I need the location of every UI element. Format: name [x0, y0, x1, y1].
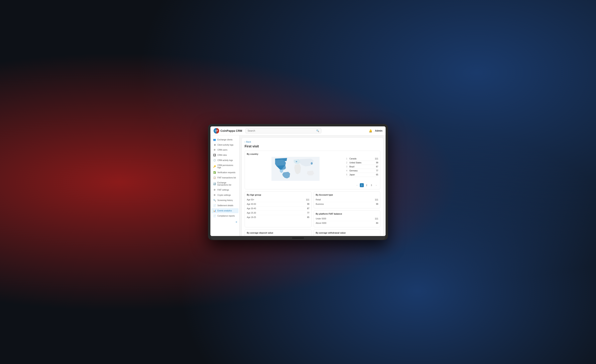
- avg-deposit-section: By average deposit value: [245, 229, 312, 236]
- notification-icon[interactable]: 🔔: [368, 128, 373, 133]
- sidebar-item-exchange-transactions-list[interactable]: 🔄 Exchange transactions list: [211, 180, 238, 187]
- stats-row: By Age group Age 50+ 111 Age 40-50 99 Ag…: [245, 191, 380, 227]
- sidebar-label-fiat-settings: FIAT settings: [217, 189, 229, 191]
- search-input[interactable]: [248, 129, 315, 132]
- prev-page-button[interactable]: ‹: [355, 183, 359, 187]
- laptop-notch: [292, 237, 304, 239]
- sidebar-icon-crm-users: ⚙: [213, 149, 216, 151]
- sidebar-label-fiat-transactions-list: FIAT transactions list: [217, 177, 236, 179]
- bottom-sections-row: By average deposit value By average with…: [245, 229, 380, 236]
- sidebar-label-crypto-settings: Crypto settings: [217, 194, 231, 196]
- sidebar-item-screening-history[interactable]: 🔍 Screening history: [211, 198, 238, 203]
- sidebar-collapse: «: [210, 219, 239, 225]
- sidebar-icon-fiat-settings: ⚙: [213, 189, 216, 191]
- sidebar-item-events-analytics[interactable]: 📊 Events analytics: [211, 208, 238, 213]
- avg-withdrawal-title: By average withdrawal value: [316, 232, 378, 234]
- sidebar-label-compliance-reports: Compliance reports: [217, 215, 235, 217]
- svg-point-2: [296, 161, 297, 162]
- search-icon: 🔍: [316, 129, 319, 132]
- svg-point-1: [311, 162, 313, 165]
- sidebar-icon-screening-history: 🔍: [213, 199, 216, 202]
- sidebar-icon-compliance-reports: 📄: [213, 215, 216, 217]
- page-1-button[interactable]: 1: [360, 183, 364, 187]
- avg-withdrawal-section: By average withdrawal value: [313, 229, 380, 236]
- age-group-title: By Age group: [247, 193, 309, 196]
- main-layout: 👥 Exchange clients 🖥 Client activity log…: [210, 135, 386, 236]
- collapse-button[interactable]: «: [236, 220, 237, 223]
- sidebar-icon-exchange-clients: 👥: [213, 138, 216, 141]
- sidebar-item-settlement-details[interactable]: 📄 Settlement details: [211, 203, 238, 208]
- age-group-row: Age 25-30 77: [247, 211, 309, 215]
- content-card: ‹ Back First visit By country: [242, 138, 383, 236]
- by-country-title: By country: [247, 153, 378, 155]
- world-map-wrapper: [247, 157, 344, 182]
- laptop-screen: CP CoinPappa CRM 🔍 🔔 Admin 👥 Exchange cl…: [210, 126, 386, 236]
- sidebar-label-settlement-details: Settlement details: [217, 204, 233, 207]
- account-type-row: Business 99: [316, 202, 378, 206]
- sidebar-icon-crm-permissions-logs: 🔑: [213, 165, 216, 168]
- map-container: 1 Canada 111 2 United States 99 3 Brazil…: [247, 157, 378, 182]
- country-row: 3 Brazil 87: [346, 165, 378, 169]
- sidebar-label-crm-activity-logs: CRM activity logs: [217, 159, 233, 161]
- sidebar-item-compliance-reports[interactable]: 📄 Compliance reports: [211, 213, 238, 218]
- country-row: 2 United States 99: [346, 161, 378, 165]
- sidebar-item-crm-roles[interactable]: 🔲 CRM roles: [211, 153, 238, 158]
- main-content: ‹ Back First visit By country: [239, 135, 386, 236]
- country-list: 1 Canada 111 2 United States 99 3 Brazil…: [346, 157, 378, 182]
- topbar-right: 🔔 Admin: [368, 128, 382, 133]
- page-2-button[interactable]: 2: [365, 183, 369, 187]
- age-group-row: Age 40-50 99: [247, 202, 309, 206]
- sidebar-icon-verification-requests: ✅: [213, 171, 216, 174]
- platform-fiat-row: Under 5000 111: [316, 217, 378, 221]
- next-page-button[interactable]: ›: [374, 183, 378, 187]
- sidebar-label-screening-history: Screening history: [217, 199, 233, 201]
- sidebar-label-events-analytics: Events analytics: [217, 210, 232, 212]
- logo: CP CoinPappa CRM: [214, 128, 242, 134]
- sidebar: 👥 Exchange clients 🖥 Client activity log…: [210, 135, 239, 236]
- sidebar-item-crm-permissions-logs[interactable]: 🔑 CRM permissions logs: [211, 163, 238, 170]
- age-group-row: Age 18-25 65: [247, 215, 309, 219]
- platform-fiat-title: By platform FIAT balance: [316, 213, 378, 215]
- sidebar-item-fiat-settings[interactable]: ⚙ FIAT settings: [211, 187, 238, 193]
- country-row: 5 Japan 65: [346, 173, 378, 177]
- age-group-row: Age 30-40 87: [247, 206, 309, 211]
- sidebar-label-verification-requests: Verification requests: [217, 171, 235, 174]
- sidebar-label-client-activity-logs: Client activity logs: [217, 144, 233, 146]
- sidebar-item-verification-requests[interactable]: ✅ Verification requests: [211, 170, 238, 175]
- sidebar-icon-crm-activity-logs: 🕐: [213, 159, 216, 162]
- by-platform-fiat-section: By platform FIAT balance Under 5000 111 …: [313, 210, 380, 227]
- sidebar-item-crm-users[interactable]: ⚙ CRM users: [211, 147, 238, 152]
- sidebar-icon-client-activity-logs: 🖥: [213, 144, 216, 146]
- sidebar-icon-exchange-transactions-list: 🔄: [213, 183, 216, 185]
- laptop-base: [210, 236, 386, 240]
- sidebar-item-crypto-settings[interactable]: ⚙ Crypto settings: [211, 193, 238, 198]
- page-3-button[interactable]: 3: [369, 183, 373, 187]
- sidebar-item-fiat-transactions-list[interactable]: 📋 FIAT transactions list: [211, 175, 238, 180]
- sidebar-icon-events-analytics: 📊: [213, 209, 216, 212]
- by-account-type-section: By Account type Retail 111 Business 99: [313, 191, 380, 208]
- logo-icon: CP: [214, 128, 219, 134]
- age-group-row: Age 50+ 111: [247, 198, 309, 202]
- search-bar[interactable]: 🔍: [246, 128, 321, 134]
- laptop-frame: CP CoinPappa CRM 🔍 🔔 Admin 👥 Exchange cl…: [208, 124, 388, 240]
- sidebar-label-crm-roles: CRM roles: [217, 154, 227, 156]
- by-age-group-section: By Age group Age 50+ 111 Age 40-50 99 Ag…: [245, 191, 312, 227]
- page-title: First visit: [245, 145, 380, 148]
- country-row: 4 Germany 77: [346, 169, 378, 173]
- admin-label: Admin: [375, 129, 382, 132]
- sidebar-label-exchange-transactions-list: Exchange transactions list: [217, 182, 236, 186]
- sidebar-icon-crm-roles: 🔲: [213, 154, 216, 156]
- sidebar-label-exchange-clients: Exchange clients: [217, 139, 233, 141]
- back-button[interactable]: ‹ Back: [245, 141, 380, 143]
- sidebar-label-crm-permissions-logs: CRM permissions logs: [217, 164, 236, 169]
- world-map-svg: [247, 157, 344, 181]
- back-arrow-icon: ‹: [245, 141, 246, 143]
- logo-text: CoinPappa CRM: [220, 129, 242, 132]
- sidebar-item-crm-activity-logs[interactable]: 🕐 CRM activity logs: [211, 158, 238, 163]
- sidebar-item-exchange-clients[interactable]: 👥 Exchange clients: [211, 137, 238, 142]
- right-stats-column: By Account type Retail 111 Business 99 B…: [313, 191, 380, 227]
- sidebar-icon-crypto-settings: ⚙: [213, 194, 216, 196]
- pagination: ‹ 1 2 3 ›: [247, 183, 378, 187]
- account-type-row: Retail 111: [316, 198, 378, 202]
- sidebar-item-client-activity-logs[interactable]: 🖥 Client activity logs: [211, 142, 238, 147]
